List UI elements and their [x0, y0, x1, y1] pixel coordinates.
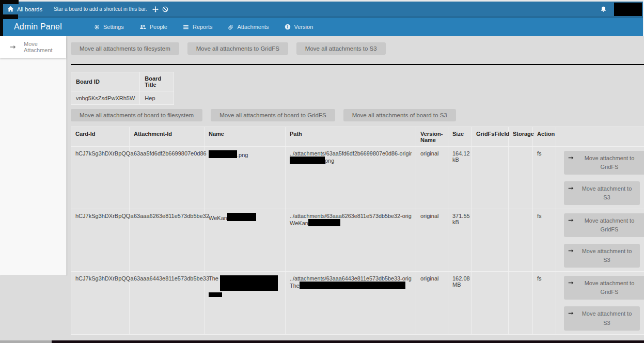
move-all-to-filesystem-button[interactable]: Move all attachments to filesystem — [71, 42, 179, 55]
arrow-right-icon — [568, 311, 574, 316]
attachment-id-cell: 63aaa6443e811e573db5be33 — [130, 272, 205, 334]
tab-attachments-label: Attachments — [237, 24, 269, 30]
board-table: Board ID Board Title vnhg5KsZsdPwXRh5W H… — [71, 72, 174, 105]
storage-cell — [509, 209, 533, 272]
bottom-edge-grey — [0, 340, 52, 343]
tab-version[interactable]: Version — [285, 24, 313, 30]
all-boards-link[interactable]: All boards — [7, 6, 42, 12]
main-content: Move all attachments to filesystem Move … — [71, 36, 644, 335]
tab-people-label: People — [150, 24, 167, 30]
version-name-cell: original — [416, 147, 448, 209]
row-buttons-cell: Move attachment to GridFS Move attachmen… — [556, 272, 644, 334]
path-cell: ../attachments/63aaa6263e811e573db5be32-… — [286, 209, 416, 272]
page-title: Admin Panel — [14, 22, 62, 32]
reports-list-icon — [183, 24, 189, 30]
move-attachment-to-gridfs-button[interactable]: Move attachment to GridFS — [564, 276, 644, 300]
bottom-redaction-bar — [52, 340, 644, 343]
storage-cell — [509, 147, 533, 209]
attachments-header-row: Card-Id Attachment-Id Name Path Version-… — [71, 127, 644, 147]
move-all-to-s3-button[interactable]: Move all attachments to S3 — [296, 42, 386, 55]
size-header: Size — [448, 127, 472, 147]
name-cell: .png — [205, 147, 286, 209]
buttons-header — [556, 127, 644, 147]
path-header: Path — [286, 127, 416, 147]
admin-nav: Settings People Reports Attachments — [94, 24, 313, 30]
tab-reports-label: Reports — [193, 24, 213, 30]
version-name-cell: original — [416, 272, 448, 334]
action-header: Action — [533, 127, 556, 147]
gridfsfileid-cell — [472, 147, 509, 209]
all-boards-label: All boards — [17, 6, 42, 12]
arrow-right-icon — [10, 44, 16, 50]
divider — [71, 64, 644, 65]
tab-reports[interactable]: Reports — [183, 24, 213, 30]
gear-icon — [94, 24, 100, 30]
action-cell: fs — [533, 209, 556, 272]
redacted-text — [209, 292, 222, 297]
attachment-row: hCJ7kSg3hDXrBpQQa 63aaa6443e811e573db5be… — [71, 272, 644, 334]
row-buttons-cell: Move attachment to GridFS Move attachmen… — [556, 147, 644, 209]
shortcut-hint-text: Star a board to add a shortcut in this b… — [54, 6, 147, 12]
sidebar-item-move-attachment[interactable]: Move Attachment — [0, 36, 66, 58]
version-name-cell: original — [416, 209, 448, 272]
storage-cell — [509, 272, 533, 334]
action-cell: fs — [533, 272, 556, 334]
card-id-header: Card-Id — [71, 127, 130, 147]
attachment-id-cell: 63aa5fd6df2b6699807e0d86 — [130, 147, 205, 209]
tab-version-label: Version — [294, 24, 313, 30]
redacted-text — [300, 282, 405, 289]
gridfsfileid-cell — [472, 209, 509, 272]
arrow-right-icon — [568, 248, 574, 253]
attachment-id-cell: 63aaa6263e811e573db5be32 — [130, 209, 205, 272]
size-cell: 164.12 kB — [448, 147, 472, 209]
board-row: vnhg5KsZsdPwXRh5W Hep — [71, 91, 174, 105]
redacted-text — [209, 150, 237, 158]
move-attachment-to-gridfs-button[interactable]: Move attachment to GridFS — [564, 151, 644, 175]
paperclip-icon — [228, 24, 233, 30]
name-header: Name — [205, 127, 286, 147]
move-all-to-gridfs-button[interactable]: Move all attachments to GridFS — [187, 42, 288, 55]
arrow-right-icon — [568, 155, 574, 160]
sidebar-item-label: Move Attachment — [24, 41, 66, 53]
move-board-to-filesystem-button[interactable]: Move all attachments of board to filesys… — [71, 109, 202, 121]
people-icon — [139, 24, 146, 30]
tab-attachments[interactable]: Attachments — [228, 24, 269, 30]
move-attachment-to-s3-button[interactable]: Move attachment to S3 — [564, 181, 640, 205]
sidebar: Move Attachment — [0, 36, 67, 275]
gridfsfileid-header: GridFsFileId — [472, 127, 509, 147]
move-attachment-to-s3-button[interactable]: Move attachment to S3 — [564, 306, 640, 330]
redaction-artifact — [0, 14, 18, 19]
name-cell: The — [205, 272, 286, 334]
board-actions-row: Move all attachments of board to filesys… — [71, 109, 644, 121]
arrow-right-icon — [568, 218, 574, 223]
admin-header-bar: Admin Panel Settings People Reports — [0, 17, 644, 36]
arrow-right-icon — [568, 280, 574, 285]
board-id-cell: vnhg5KsZsdPwXRh5W — [71, 91, 140, 105]
move-attachment-to-s3-button[interactable]: Move attachment to S3 — [564, 244, 640, 268]
tab-people[interactable]: People — [139, 24, 167, 30]
board-id-header: Board ID — [71, 72, 140, 91]
size-cell: 371.55 kB — [448, 209, 472, 272]
home-icon — [7, 6, 14, 12]
redacted-text — [290, 157, 325, 164]
version-name-header: Version-Name — [416, 127, 448, 147]
move-board-to-gridfs-button[interactable]: Move all attachments of board to GridFS — [211, 109, 335, 121]
size-cell: 162.08 MB — [448, 272, 472, 334]
card-id-cell: hCJ7kSg3hDXrBpQQa — [71, 272, 130, 334]
top-bar: All boards Star a board to add a shortcu… — [0, 2, 644, 17]
user-menu-redacted[interactable] — [614, 3, 642, 16]
move-cross-icon[interactable] — [152, 6, 159, 12]
attachments-table: Card-Id Attachment-Id Name Path Version-… — [71, 127, 644, 335]
tab-settings[interactable]: Settings — [94, 24, 124, 30]
attachment-row: hCJ7kSg3hDXrBpQQa 63aaa6263e811e573db5be… — [71, 209, 644, 272]
redacted-text — [227, 213, 256, 221]
info-icon — [285, 24, 291, 30]
bell-icon[interactable] — [600, 6, 607, 13]
redacted-text — [220, 275, 278, 291]
move-board-to-s3-button[interactable]: Move all attachments of board to S3 — [343, 109, 456, 121]
gridfsfileid-cell — [472, 272, 509, 334]
move-attachment-to-gridfs-button[interactable]: Move attachment to GridFS — [564, 213, 644, 237]
attachment-row: hCJ7kSg3hDXrBpQQa 63aa5fd6df2b6699807e0d… — [71, 147, 644, 209]
board-title-header: Board Title — [140, 72, 174, 91]
circle-slash-icon[interactable] — [162, 6, 168, 12]
